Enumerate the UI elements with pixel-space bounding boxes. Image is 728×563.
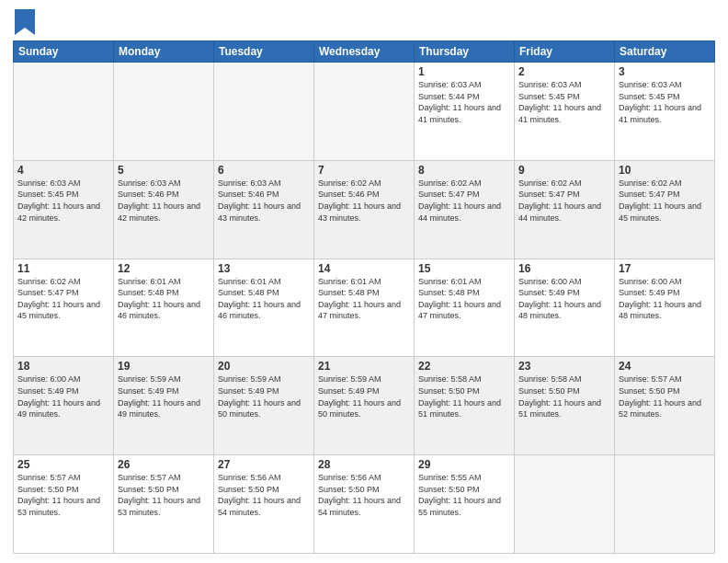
calendar-header-monday: Monday bbox=[114, 41, 214, 63]
day-number: 25 bbox=[17, 458, 109, 471]
calendar-cell: 24Sunrise: 5:57 AMSunset: 5:50 PMDayligh… bbox=[615, 357, 715, 455]
day-number: 14 bbox=[318, 262, 410, 275]
calendar-cell: 20Sunrise: 5:59 AMSunset: 5:49 PMDayligh… bbox=[214, 357, 314, 455]
day-info: Sunrise: 6:02 AMSunset: 5:47 PMDaylight:… bbox=[17, 276, 109, 322]
day-info: Sunrise: 6:03 AMSunset: 5:45 PMDaylight:… bbox=[518, 79, 610, 125]
day-info: Sunrise: 6:01 AMSunset: 5:48 PMDaylight:… bbox=[218, 276, 310, 322]
day-number: 4 bbox=[17, 164, 109, 177]
calendar-cell: 14Sunrise: 6:01 AMSunset: 5:48 PMDayligh… bbox=[314, 259, 415, 357]
day-info: Sunrise: 6:00 AMSunset: 5:49 PMDaylight:… bbox=[518, 276, 610, 322]
calendar-header-saturday: Saturday bbox=[615, 41, 715, 63]
day-number: 23 bbox=[518, 360, 610, 373]
calendar-header-tuesday: Tuesday bbox=[214, 41, 314, 63]
day-info: Sunrise: 5:58 AMSunset: 5:50 PMDaylight:… bbox=[418, 373, 510, 419]
svg-marker-0 bbox=[15, 9, 35, 35]
day-number: 29 bbox=[418, 458, 510, 471]
calendar-cell: 13Sunrise: 6:01 AMSunset: 5:48 PMDayligh… bbox=[214, 259, 314, 357]
calendar-cell: 2Sunrise: 6:03 AMSunset: 5:45 PMDaylight… bbox=[515, 63, 615, 161]
header bbox=[13, 9, 715, 35]
calendar-cell: 1Sunrise: 6:03 AMSunset: 5:44 PMDaylight… bbox=[415, 63, 515, 161]
day-number: 20 bbox=[218, 360, 310, 373]
day-number: 18 bbox=[17, 360, 109, 373]
day-info: Sunrise: 5:57 AMSunset: 5:50 PMDaylight:… bbox=[17, 472, 109, 518]
calendar-cell: 15Sunrise: 6:01 AMSunset: 5:48 PMDayligh… bbox=[415, 259, 515, 357]
calendar-week-row: 1Sunrise: 6:03 AMSunset: 5:44 PMDaylight… bbox=[14, 63, 715, 161]
day-info: Sunrise: 5:56 AMSunset: 5:50 PMDaylight:… bbox=[218, 472, 310, 518]
calendar-cell: 3Sunrise: 6:03 AMSunset: 5:45 PMDaylight… bbox=[615, 63, 715, 161]
calendar-cell bbox=[214, 63, 314, 161]
day-info: Sunrise: 6:00 AMSunset: 5:49 PMDaylight:… bbox=[17, 373, 109, 419]
calendar-cell: 5Sunrise: 6:03 AMSunset: 5:46 PMDaylight… bbox=[114, 160, 214, 259]
day-info: Sunrise: 5:59 AMSunset: 5:49 PMDaylight:… bbox=[218, 373, 310, 419]
day-number: 27 bbox=[218, 458, 310, 471]
calendar-cell bbox=[615, 455, 715, 554]
day-info: Sunrise: 5:57 AMSunset: 5:50 PMDaylight:… bbox=[619, 373, 711, 419]
day-number: 16 bbox=[518, 262, 610, 275]
calendar-header-sunday: Sunday bbox=[14, 41, 114, 63]
calendar-cell: 27Sunrise: 5:56 AMSunset: 5:50 PMDayligh… bbox=[214, 455, 314, 554]
day-number: 6 bbox=[218, 164, 310, 177]
calendar-cell: 6Sunrise: 6:03 AMSunset: 5:46 PMDaylight… bbox=[214, 160, 314, 259]
day-info: Sunrise: 6:01 AMSunset: 5:48 PMDaylight:… bbox=[318, 276, 410, 322]
calendar-header-friday: Friday bbox=[515, 41, 615, 63]
calendar-week-row: 11Sunrise: 6:02 AMSunset: 5:47 PMDayligh… bbox=[14, 259, 715, 357]
day-number: 24 bbox=[619, 360, 711, 373]
calendar-cell bbox=[515, 455, 615, 554]
calendar-week-row: 18Sunrise: 6:00 AMSunset: 5:49 PMDayligh… bbox=[14, 357, 715, 455]
day-number: 3 bbox=[619, 65, 711, 78]
calendar-cell: 22Sunrise: 5:58 AMSunset: 5:50 PMDayligh… bbox=[415, 357, 515, 455]
calendar-cell: 12Sunrise: 6:01 AMSunset: 5:48 PMDayligh… bbox=[114, 259, 214, 357]
calendar-cell: 8Sunrise: 6:02 AMSunset: 5:47 PMDaylight… bbox=[415, 160, 515, 259]
day-info: Sunrise: 6:03 AMSunset: 5:46 PMDaylight:… bbox=[218, 178, 310, 224]
calendar-cell: 11Sunrise: 6:02 AMSunset: 5:47 PMDayligh… bbox=[14, 259, 114, 357]
day-number: 26 bbox=[118, 458, 210, 471]
day-info: Sunrise: 6:02 AMSunset: 5:47 PMDaylight:… bbox=[619, 178, 711, 224]
day-info: Sunrise: 6:02 AMSunset: 5:47 PMDaylight:… bbox=[518, 178, 610, 224]
calendar-cell: 16Sunrise: 6:00 AMSunset: 5:49 PMDayligh… bbox=[515, 259, 615, 357]
day-number: 19 bbox=[118, 360, 210, 373]
calendar-cell: 17Sunrise: 6:00 AMSunset: 5:49 PMDayligh… bbox=[615, 259, 715, 357]
day-info: Sunrise: 6:03 AMSunset: 5:44 PMDaylight:… bbox=[418, 79, 510, 125]
day-info: Sunrise: 5:56 AMSunset: 5:50 PMDaylight:… bbox=[318, 472, 410, 518]
day-info: Sunrise: 6:02 AMSunset: 5:47 PMDaylight:… bbox=[418, 178, 510, 224]
calendar-cell bbox=[114, 63, 214, 161]
day-number: 1 bbox=[418, 65, 510, 78]
day-info: Sunrise: 6:01 AMSunset: 5:48 PMDaylight:… bbox=[418, 276, 510, 322]
calendar-header-thursday: Thursday bbox=[415, 41, 515, 63]
calendar-cell: 10Sunrise: 6:02 AMSunset: 5:47 PMDayligh… bbox=[615, 160, 715, 259]
day-info: Sunrise: 5:58 AMSunset: 5:50 PMDaylight:… bbox=[518, 373, 610, 419]
day-number: 22 bbox=[418, 360, 510, 373]
calendar-table: SundayMondayTuesdayWednesdayThursdayFrid… bbox=[13, 40, 715, 554]
calendar-cell: 21Sunrise: 5:59 AMSunset: 5:49 PMDayligh… bbox=[314, 357, 415, 455]
day-info: Sunrise: 5:59 AMSunset: 5:49 PMDaylight:… bbox=[318, 373, 410, 419]
day-info: Sunrise: 6:00 AMSunset: 5:49 PMDaylight:… bbox=[619, 276, 711, 322]
calendar-cell: 26Sunrise: 5:57 AMSunset: 5:50 PMDayligh… bbox=[114, 455, 214, 554]
calendar-header-wednesday: Wednesday bbox=[314, 41, 415, 63]
day-info: Sunrise: 6:03 AMSunset: 5:45 PMDaylight:… bbox=[17, 178, 109, 224]
day-info: Sunrise: 6:03 AMSunset: 5:46 PMDaylight:… bbox=[118, 178, 210, 224]
day-number: 15 bbox=[418, 262, 510, 275]
day-info: Sunrise: 5:55 AMSunset: 5:50 PMDaylight:… bbox=[418, 472, 510, 518]
calendar-cell: 9Sunrise: 6:02 AMSunset: 5:47 PMDaylight… bbox=[515, 160, 615, 259]
day-number: 11 bbox=[17, 262, 109, 275]
day-info: Sunrise: 5:57 AMSunset: 5:50 PMDaylight:… bbox=[118, 472, 210, 518]
calendar-cell bbox=[314, 63, 415, 161]
calendar-header-row: SundayMondayTuesdayWednesdayThursdayFrid… bbox=[14, 41, 715, 63]
day-number: 9 bbox=[518, 164, 610, 177]
calendar-cell: 29Sunrise: 5:55 AMSunset: 5:50 PMDayligh… bbox=[415, 455, 515, 554]
logo bbox=[13, 9, 35, 35]
day-info: Sunrise: 5:59 AMSunset: 5:49 PMDaylight:… bbox=[118, 373, 210, 419]
day-info: Sunrise: 6:01 AMSunset: 5:48 PMDaylight:… bbox=[118, 276, 210, 322]
day-number: 10 bbox=[619, 164, 711, 177]
calendar-cell: 28Sunrise: 5:56 AMSunset: 5:50 PMDayligh… bbox=[314, 455, 415, 554]
calendar-cell: 23Sunrise: 5:58 AMSunset: 5:50 PMDayligh… bbox=[515, 357, 615, 455]
calendar-cell bbox=[14, 63, 114, 161]
day-number: 7 bbox=[318, 164, 410, 177]
calendar-cell: 18Sunrise: 6:00 AMSunset: 5:49 PMDayligh… bbox=[14, 357, 114, 455]
day-number: 17 bbox=[619, 262, 711, 275]
calendar-cell: 7Sunrise: 6:02 AMSunset: 5:46 PMDaylight… bbox=[314, 160, 415, 259]
calendar-week-row: 25Sunrise: 5:57 AMSunset: 5:50 PMDayligh… bbox=[14, 455, 715, 554]
logo-icon bbox=[15, 9, 35, 35]
day-number: 28 bbox=[318, 458, 410, 471]
day-number: 5 bbox=[118, 164, 210, 177]
